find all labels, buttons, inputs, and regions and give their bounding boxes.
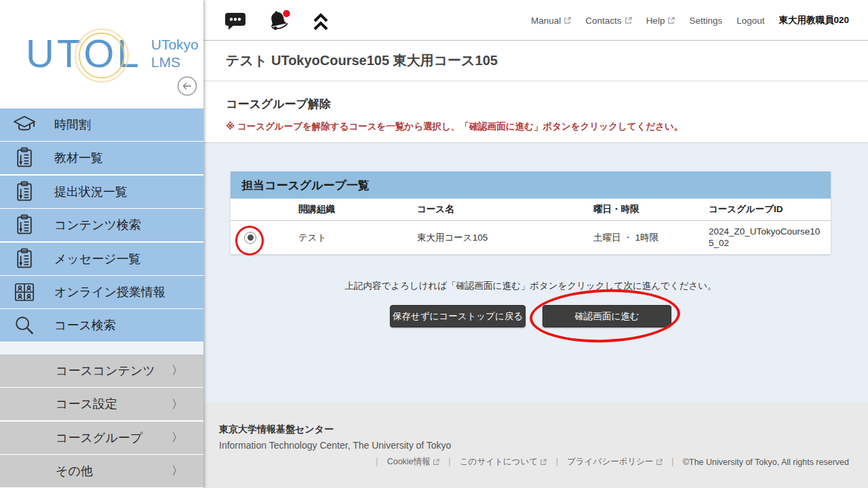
main-area: Manual Contacts Help Settings Logout 東大用… <box>203 0 868 488</box>
table-row: テスト 東大用コース105 土曜日 ・ 1時限 2024_Z0_UTokyoCo… <box>231 221 831 254</box>
radio-selected-dot <box>248 235 254 241</box>
column-header-day: 曜日・時限 <box>587 203 702 216</box>
arrow-left-circle-icon <box>176 75 198 97</box>
chevron-right-icon: 〉 <box>172 363 183 378</box>
graduation-cap-icon <box>12 115 37 135</box>
sidebar-item-label: コース検索 <box>54 317 116 333</box>
table-title: 担当コースグループ一覧 <box>231 171 831 199</box>
help-link[interactable]: Help <box>646 16 675 26</box>
logo-letter: U <box>26 34 57 73</box>
copyright-text: ©The University of Tokyo, All rights res… <box>683 458 849 467</box>
external-link-icon <box>540 459 547 466</box>
cell-day: 土曜日 ・ 1時限 <box>587 232 702 244</box>
instruction-note: ※ コースグループを解除するコースを一覧から選択し、「確認画面に進む」ボタンをク… <box>226 121 683 133</box>
table-header-row: 開講組織 コース名 曜日・時限 コースグループID <box>231 199 831 221</box>
sidebar-item-course-search[interactable]: コース検索 <box>0 309 203 342</box>
sidebar-item-materials[interactable]: 教材一覧 <box>0 142 203 174</box>
external-link-icon <box>433 459 439 466</box>
clipboard-icon <box>12 214 37 237</box>
back-to-course-top-button[interactable]: 保存せずにコーストップに戻る <box>390 305 526 327</box>
clipboard-icon <box>12 146 37 169</box>
sidebar-item-submissions[interactable]: 提出状況一覧 <box>0 176 203 208</box>
chevron-right-icon: 〉 <box>172 396 183 412</box>
sidebar-item-label: 教材一覧 <box>54 150 103 166</box>
content-area: 担当コースグループ一覧 開講組織 コース名 曜日・時限 コースグループID テス… <box>203 143 868 402</box>
sidebar-menu: 時間割 教材一覧 <box>0 108 203 488</box>
clipboard-icon <box>12 247 37 270</box>
course-radio[interactable] <box>244 232 256 244</box>
external-link-icon <box>564 17 571 24</box>
sidebar-item-others[interactable]: その他 〉 <box>0 455 203 487</box>
footer-org-en: Information Technology Center, The Unive… <box>219 440 451 451</box>
sidebar-collapse-button[interactable] <box>176 75 198 97</box>
column-header-org: 開講組織 <box>292 203 410 216</box>
cookie-info-link[interactable]: Cookie情報 <box>387 456 439 468</box>
sidebar-item-course-contents[interactable]: コースコンテンツ 〉 <box>0 354 203 387</box>
external-link-icon <box>656 459 663 466</box>
cell-course: 東大用コース105 <box>410 232 587 244</box>
page-title: テスト UTokyoCourse105 東大用コース105 <box>226 52 498 70</box>
section-header: コースグループ解除 ※ コースグループを解除するコースを一覧から選択し、「確認画… <box>203 81 868 143</box>
section-title: コースグループ解除 <box>226 96 331 112</box>
logo-letter-o: O <box>83 34 117 73</box>
sidebar-item-label: コンテンツ検索 <box>54 217 141 233</box>
course-group-table: 担当コースグループ一覧 開講組織 コース名 曜日・時限 コースグループID テス… <box>231 171 831 254</box>
search-icon <box>12 314 37 337</box>
collapse-topbar-icon[interactable] <box>312 11 330 31</box>
logo-subtext: UTokyo LMS <box>151 36 199 72</box>
logo-text: UTOL <box>26 34 142 73</box>
course-title-bar: テスト UTokyoCourse105 東大用コース105 <box>203 41 868 81</box>
footer-links: ｜ Cookie情報 ｜ このサイトについて ｜ プライバシーポリシー ｜ ©T… <box>372 456 849 468</box>
chevron-right-icon: 〉 <box>172 430 183 445</box>
chevron-right-icon: 〉 <box>172 463 183 479</box>
sidebar-item-label: 時間割 <box>54 117 91 133</box>
sidebar-item-label: メッセージ一覧 <box>54 251 141 267</box>
sidebar-item-label: オンライン授業情報 <box>54 284 165 300</box>
column-header-group-id: コースグループID <box>702 204 831 216</box>
utol-logo: UTOL UTokyo LMS <box>26 34 199 73</box>
cell-group-id: 2024_Z0_UTokyoCourse105_02 <box>702 226 831 249</box>
cell-org: テスト <box>292 232 410 244</box>
manual-link[interactable]: Manual <box>531 16 571 26</box>
notification-bell-icon[interactable] <box>266 9 293 33</box>
logout-link[interactable]: Logout <box>736 16 764 26</box>
contacts-link[interactable]: Contacts <box>585 16 631 26</box>
sidebar-item-content-search[interactable]: コンテンツ検索 <box>0 209 203 241</box>
sidebar-item-label: 提出状況一覧 <box>54 184 127 200</box>
column-header-course: コース名 <box>410 203 587 216</box>
external-link-icon <box>625 17 632 24</box>
privacy-policy-link[interactable]: プライバシーポリシー <box>567 456 662 468</box>
settings-link[interactable]: Settings <box>689 16 722 26</box>
username: 東大用教職員020 <box>778 14 849 26</box>
sidebar-item-messages[interactable]: メッセージ一覧 <box>0 243 203 275</box>
clipboard-icon <box>12 180 37 203</box>
sidebar: UTOL UTokyo LMS 時間割 <box>0 0 203 488</box>
external-link-icon <box>667 17 675 24</box>
proceed-to-confirm-button[interactable]: 確認画面に進む <box>542 305 671 327</box>
sidebar-item-course-settings[interactable]: コース設定 〉 <box>0 388 203 420</box>
button-row: 保存せずにコーストップに戻る 確認画面に進む <box>231 305 831 327</box>
sidebar-item-course-group[interactable]: コースグループ 〉 <box>0 422 203 454</box>
about-site-link[interactable]: このサイトについて <box>460 456 547 468</box>
sidebar-item-online-class[interactable]: オンライン授業情報 <box>0 276 203 308</box>
sidebar-item-timetable[interactable]: 時間割 <box>0 108 203 141</box>
topbar: Manual Contacts Help Settings Logout 東大用… <box>203 0 868 41</box>
message-icon[interactable] <box>224 11 247 32</box>
footer-org-ja: 東京大学情報基盤センター <box>219 424 334 436</box>
notification-badge <box>283 10 290 17</box>
confirm-instruction: 上記内容でよろしければ「確認画面に進む」ボタンをクリックして次に進んでください。 <box>231 280 831 292</box>
sidebar-gap <box>0 343 203 354</box>
footer: 東京大学情報基盤センター Information Technology Cent… <box>203 402 868 488</box>
online-class-icon <box>12 281 37 303</box>
